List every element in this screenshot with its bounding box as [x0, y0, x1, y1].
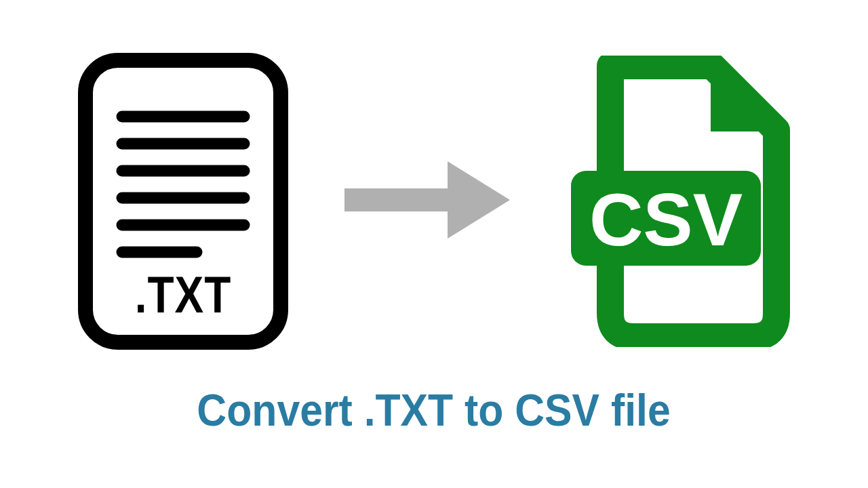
caption-text: Convert .TXT to CSV file — [197, 384, 671, 436]
conversion-icons-row: .TXT CSV — [75, 52, 793, 350]
txt-extension-label: .TXT — [75, 265, 292, 325]
arrow-right-icon — [339, 156, 515, 247]
txt-file-icon: .TXT — [75, 52, 292, 350]
csv-badge-text: CSV — [589, 178, 743, 261]
csv-file-icon: CSV — [563, 56, 793, 347]
